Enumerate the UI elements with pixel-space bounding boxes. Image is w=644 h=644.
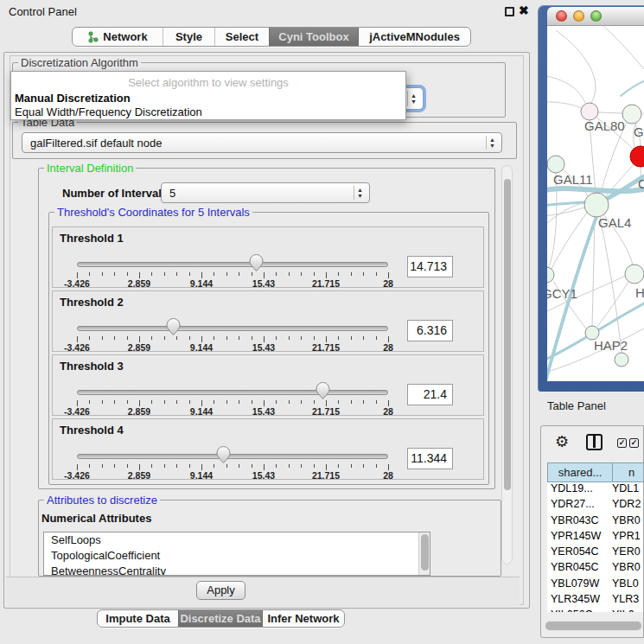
cell-shared-name: YBR043C [547, 514, 611, 526]
attributes-scrollbar[interactable] [418, 532, 430, 575]
slider-track[interactable] [77, 326, 388, 331]
network-canvas[interactable]: GAL11GCY1HHAP2GAL4GAL80GAC [547, 26, 644, 381]
slider-tick [388, 272, 389, 278]
node-label: GAL80 [584, 118, 625, 133]
combo-stepper-icon[interactable]: ▲▼ [407, 91, 419, 106]
slider-thumb[interactable] [166, 318, 181, 336]
tab-cyni-toolbox[interactable]: Cyni Toolbox [269, 28, 358, 46]
algorithm-option[interactable]: Manual Discretization [15, 92, 131, 105]
table-row[interactable]: YBL079WYBL0 [547, 577, 644, 593]
slider-tick [127, 336, 128, 340]
threshold-value-field[interactable]: 21.4 [407, 384, 453, 405]
slider-tick [252, 272, 252, 276]
gcy1-node[interactable] [547, 267, 554, 283]
slider-tick [301, 336, 302, 340]
tab-jactivemnodules[interactable]: jActiveMNodules [358, 28, 470, 46]
slider-thumb[interactable] [216, 446, 231, 464]
numerical-attributes-list[interactable]: SelfLoopsTopologicalCoefficientBetweenne… [43, 532, 430, 576]
tab-label: Cyni Toolbox [278, 30, 348, 43]
table-row[interactable]: YDL19...YDL1 [547, 482, 644, 498]
gal4-node[interactable] [584, 193, 609, 217]
tab-style[interactable]: Style [163, 28, 214, 46]
attributes-scrollbar-thumb[interactable] [421, 534, 429, 571]
slider-thumb[interactable] [316, 382, 330, 400]
slider-track[interactable] [77, 262, 388, 267]
checkbox-checked-icon[interactable]: ✓ [617, 438, 627, 448]
slider-tick [89, 336, 90, 340]
column-header[interactable]: shared... [547, 462, 613, 482]
slider-tick-label: -3.426 [64, 406, 90, 417]
tab-infer-network[interactable]: Infer Network [262, 610, 344, 627]
attribute-list-item[interactable]: SelfLoops [44, 532, 430, 548]
threshold-value-field[interactable]: 14.713 [407, 256, 453, 277]
tab-impute-data[interactable]: Impute Data [98, 610, 178, 627]
table-row[interactable]: YBR043CYBR0 [547, 514, 644, 530]
columns-icon[interactable] [586, 434, 603, 450]
threshold-value-field[interactable]: 6.316 [407, 320, 453, 341]
table-row[interactable]: YPR145WYPR1 [547, 530, 644, 545]
zoom-traffic-light-icon[interactable] [590, 10, 602, 22]
checkbox-checked-icon[interactable]: ✓ [629, 438, 639, 448]
algorithm-option[interactable]: Equal Width/Frequency Discretization [15, 105, 202, 118]
cell-shared-name: YIL052C [547, 609, 611, 612]
attribute-list-item[interactable]: TopologicalCoefficient [44, 548, 430, 564]
slider-tick [77, 464, 78, 470]
slider-track[interactable] [77, 390, 388, 395]
slider-tick [151, 400, 152, 404]
tab-select[interactable]: Select [214, 28, 269, 46]
float-icon[interactable] [505, 7, 514, 16]
close-traffic-light-icon[interactable] [556, 10, 567, 22]
cell-name: YDR2 [611, 498, 641, 510]
tab-network[interactable]: Network [73, 28, 163, 46]
gal11-node[interactable] [547, 156, 564, 173]
h-node[interactable] [625, 265, 644, 284]
table-horizontal-scrollbar[interactable] [545, 621, 643, 631]
network-window-titlebar[interactable] [547, 7, 644, 26]
selected-red-node[interactable] [630, 146, 644, 167]
slider-tick [376, 464, 377, 468]
slider-tick-label: 15.43 [252, 342, 275, 353]
slider-tick [289, 336, 290, 340]
close-icon[interactable]: ✖ [519, 3, 529, 17]
cell-name: YDL1 [611, 482, 639, 494]
network-view-window: GAL11GCY1HHAP2GAL4GAL80GAC [538, 5, 644, 392]
combo-stepper-icon[interactable]: ▲▼ [354, 186, 366, 200]
slider-tick [139, 272, 140, 278]
table-data-combobox[interactable]: galFiltered.sif default node ▲▼ [22, 132, 502, 153]
gal80-node[interactable] [581, 103, 598, 120]
slider-tick [114, 336, 115, 340]
threshold-value-field[interactable]: 11.344 [407, 448, 453, 469]
ga-node[interactable] [622, 105, 641, 124]
apply-button[interactable]: Apply [196, 581, 245, 600]
main-scrollbar-thumb[interactable] [504, 179, 511, 490]
cell-name: YIL0 [611, 609, 634, 612]
table-row[interactable]: YLR345WYLR3 [547, 593, 644, 609]
table-row[interactable]: YBR045CYBR0 [547, 561, 644, 577]
tab-discretize-data[interactable]: Discretize Data [178, 610, 262, 627]
slider-tick [239, 336, 239, 340]
apply-bar [6, 577, 520, 607]
slider-tick [314, 400, 315, 404]
unlabeled-node[interactable] [615, 353, 628, 367]
slider-tick [289, 464, 290, 468]
network-icon [87, 31, 99, 43]
slider-tick [276, 336, 277, 340]
slider-thumb[interactable] [249, 254, 264, 272]
slider-tick-label: 28 [383, 406, 393, 417]
slider-tick [239, 464, 239, 468]
slider-track[interactable] [77, 454, 388, 459]
attribute-list-item[interactable]: BetweennessCentrality [44, 564, 430, 576]
table-row[interactable]: YER054CYER0 [547, 545, 644, 561]
slider-tick [214, 336, 214, 340]
main-scrollbar[interactable] [501, 165, 513, 564]
table-row[interactable]: YDR27...YDR2 [547, 498, 644, 513]
combo-stepper-icon[interactable]: ▲▼ [486, 136, 498, 150]
gear-icon[interactable]: ⚙ [555, 432, 569, 451]
table-hscrollbar-thumb[interactable] [545, 622, 641, 630]
number-of-intervals-combobox[interactable]: 5 ▲▼ [161, 182, 370, 203]
slider-tick [201, 272, 202, 278]
column-header[interactable]: n [613, 462, 644, 482]
slider-tick [114, 400, 115, 404]
table-row[interactable]: YIL052CYIL0 [547, 609, 644, 612]
minimize-traffic-light-icon[interactable] [573, 10, 584, 22]
